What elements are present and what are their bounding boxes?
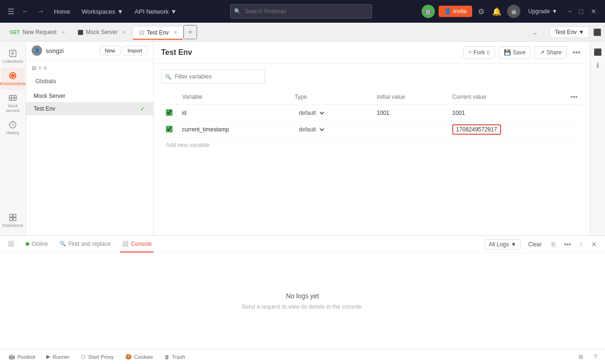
table-row: id default secret 1001 1001 — [161, 105, 582, 121]
var-name[interactable]: current_timestamp — [182, 126, 229, 133]
help-icon[interactable]: ? — [591, 352, 599, 362]
col-check — [161, 89, 177, 105]
tab-test-env[interactable]: ⬜ Test Env ✕ — [132, 26, 183, 39]
fork-button[interactable]: ⑂ Fork 0 — [463, 46, 495, 59]
invite-button[interactable]: 👤 Invite — [439, 6, 473, 17]
maximize-button[interactable]: □ — [577, 6, 586, 17]
tab-close-icon[interactable]: ✕ — [173, 30, 177, 35]
menu-button[interactable]: ☰ — [6, 5, 16, 18]
row-checkbox[interactable] — [166, 126, 173, 132]
filter-search-icon: 🔍 — [165, 74, 172, 80]
sidebar-item-environments[interactable]: Environments — [1, 68, 25, 90]
add-variable-row[interactable]: Add new variable — [161, 138, 582, 152]
tab-mock-server[interactable]: ⬛ Mock Server ✕ — [71, 26, 132, 38]
main-layout: Collections Environments Mock servers Hi… — [0, 42, 605, 235]
tab-bar: GET New Request ✕ ⬛ Mock Server ✕ ⬜ Test… — [0, 23, 605, 42]
back-button[interactable]: ← — [20, 5, 31, 17]
row-name-cell: id — [177, 105, 290, 121]
sidebar-nav-globals[interactable]: Globals — [28, 75, 151, 87]
copy-icon[interactable]: ⎘ — [549, 239, 558, 250]
postbot-status[interactable]: 🤖 Postbot — [6, 352, 38, 361]
log-filter-dropdown[interactable]: All Logs ▼ — [484, 239, 521, 250]
console-empty-title: No logs yet — [286, 292, 319, 300]
search-input[interactable] — [230, 4, 372, 18]
proxy-status[interactable]: ⬡ Start Proxy — [78, 352, 116, 361]
forward-button[interactable]: → — [35, 5, 46, 17]
right-sidebar-info-icon[interactable]: ℹ — [595, 59, 601, 72]
svg-rect-4 — [9, 214, 12, 217]
console-tab-console[interactable]: ⬜ Console — [120, 236, 154, 252]
runner-status[interactable]: ▶ Runner — [43, 352, 72, 361]
avatar: 🤖 — [507, 5, 520, 18]
col-more: ••• — [563, 89, 582, 105]
sidebar-item-collections[interactable]: Collections — [1, 45, 25, 68]
row-more-cell — [563, 105, 582, 121]
clear-button[interactable]: Clear — [525, 240, 546, 249]
row-name-cell: current_timestamp — [177, 121, 290, 138]
invite-icon: 👤 — [444, 8, 451, 15]
close-button[interactable]: ✕ — [588, 6, 599, 17]
sidebar-item-mock-servers[interactable]: Mock servers — [1, 90, 25, 117]
minimize-button[interactable]: − — [565, 6, 574, 17]
title-bar: ☰ ← → Home Workspaces ▼ API Network ▼ 🔍 … — [0, 0, 605, 23]
upgrade-button[interactable]: Upgrade ▼ — [524, 6, 561, 17]
filter-icon[interactable]: ⊞ — [32, 65, 36, 71]
right-sidebar-grid-icon[interactable]: ⬛ — [592, 45, 604, 59]
notification-icon[interactable]: 🔔 — [490, 5, 503, 18]
console-toolbar-right: All Logs ▼ Clear ⎘ ••• ↑ ✕ — [484, 239, 599, 250]
log-filter-chevron-icon: ▼ — [511, 241, 517, 248]
env-actions: ⑂ Fork 0 💾 Save ↗ Share ••• — [463, 46, 582, 59]
type-select[interactable]: default secret — [294, 124, 326, 135]
sidebar-item-mock-server[interactable]: Mock Server — [26, 90, 153, 102]
add-env-icon[interactable]: + — [38, 65, 42, 71]
console-tab-online[interactable]: Online — [24, 236, 50, 252]
home-button[interactable]: Home — [50, 6, 74, 17]
tab-close-icon[interactable]: ✕ — [122, 30, 126, 35]
collections-icon — [9, 49, 17, 58]
current-value-highlighted[interactable]: 1708249572917 — [452, 124, 501, 135]
runner-icon: ▶ — [46, 354, 50, 360]
share-button[interactable]: ↗ Share — [535, 46, 567, 59]
variables-table: Variable Type Initial value Current valu… — [161, 89, 582, 138]
api-network-dropdown[interactable]: API Network ▼ — [131, 6, 181, 17]
col-initial-value: Initial value — [372, 89, 448, 105]
import-button[interactable]: Import — [122, 46, 147, 55]
tab-label: Test Env — [147, 29, 169, 36]
type-select[interactable]: default secret — [294, 108, 326, 118]
table-more-button[interactable]: ••• — [570, 93, 578, 101]
initial-value[interactable]: 1001 — [377, 110, 389, 116]
console-more-icon[interactable]: ••• — [562, 239, 573, 250]
tab-close-icon[interactable]: ✕ — [61, 30, 65, 35]
sidebar-item-extensions[interactable]: Extensions — [1, 209, 25, 232]
env-selector[interactable]: Test Env ▼ — [550, 26, 589, 38]
close-console-icon[interactable]: ✕ — [589, 239, 599, 250]
expand-icon[interactable]: ↑ — [577, 239, 585, 250]
sidebar-item-history[interactable]: History — [1, 117, 25, 139]
env-more-button[interactable]: ••• — [570, 46, 582, 59]
save-button[interactable]: 💾 Save — [499, 46, 531, 59]
tab-new-request[interactable]: GET New Request ✕ — [4, 26, 71, 38]
title-bar-right: 🤖 👤 Invite ⚙ 🔔 🤖 Upgrade ▼ − □ ✕ — [422, 5, 599, 18]
grid-view-icon[interactable]: ⊞ — [576, 352, 586, 362]
sidebar-username: songzi — [46, 47, 64, 54]
tab-overflow-button[interactable]: ⌄ — [532, 28, 538, 36]
filter-input[interactable] — [161, 69, 265, 84]
tab-divider — [544, 27, 544, 37]
new-button[interactable]: New — [100, 46, 121, 55]
sidebar-item-test-env[interactable]: Test Env ✓ — [26, 102, 153, 115]
row-checkbox[interactable] — [166, 109, 173, 116]
settings-icon[interactable]: ⚙ — [476, 5, 486, 18]
find-replace-icon: 🔍 — [60, 241, 66, 247]
sort-icon[interactable]: ≡ — [43, 65, 47, 71]
workspaces-dropdown[interactable]: Workspaces ▼ — [78, 6, 127, 17]
bootcamp-icon: ⬜ — [8, 241, 14, 247]
env-title: Test Env — [161, 48, 192, 57]
add-tab-button[interactable]: + — [183, 25, 197, 39]
var-name[interactable]: id — [182, 110, 186, 116]
cookies-status[interactable]: 🍪 Cookies — [122, 352, 156, 361]
console-tab-bootcamp[interactable]: ⬜ — [6, 236, 16, 252]
trash-status[interactable]: 🗑 Trash — [162, 353, 188, 361]
layout-icon[interactable]: ⬛ — [593, 28, 601, 36]
console-tab-find-replace[interactable]: 🔍 Find and replace — [58, 236, 112, 252]
current-value[interactable]: 1001 — [452, 110, 465, 116]
